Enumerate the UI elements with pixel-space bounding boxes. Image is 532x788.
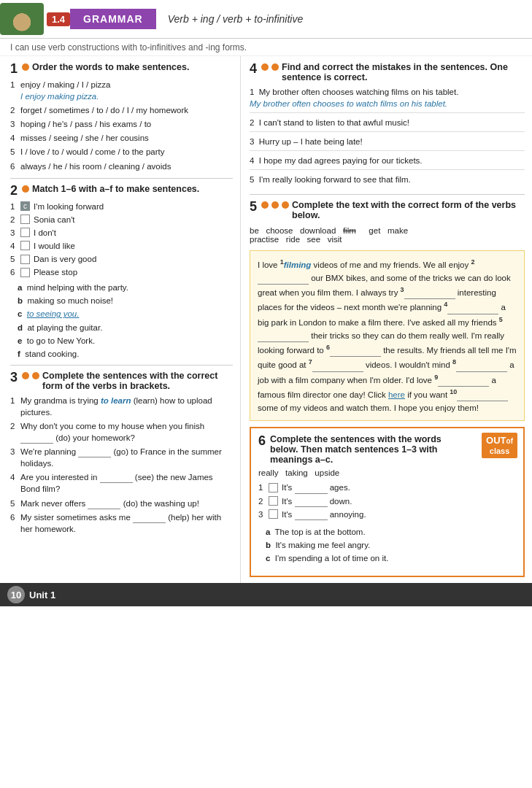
checkbox-6[interactable] xyxy=(20,268,30,277)
ex4-num: 4 xyxy=(250,62,257,75)
footer: 10 Unit 1 xyxy=(0,583,532,606)
exercise2-title: 2 Match 1–6 with a–f to make sentences. xyxy=(10,184,233,197)
ex6-blank3[interactable] xyxy=(295,511,328,520)
ex6-checkbox-3[interactable] xyxy=(269,509,278,519)
ex5-blank10[interactable] xyxy=(457,393,508,401)
checkbox-2[interactable] xyxy=(20,215,30,224)
list-item: 2 Sonia can't xyxy=(10,214,233,225)
exercise6-meanings: a The top is at the bottom. b It's makin… xyxy=(258,526,516,564)
exercise3-list: 1 My grandma is trying to learn (learn) … xyxy=(10,395,233,535)
ex6-checkbox-2[interactable] xyxy=(269,496,278,506)
ex4-dot1 xyxy=(261,63,269,71)
page-header: 1.4 GRAMMAR Verb + ing / verb + to-infin… xyxy=(0,0,532,39)
exercise6-box: OUTof class 6 Complete the sentences wit… xyxy=(250,427,525,577)
ex5-answer1: filming xyxy=(284,260,312,269)
ex5-blank8[interactable] xyxy=(456,363,507,372)
ex6-checkbox-1[interactable] xyxy=(269,483,278,492)
exercise3-title: 3 Complete the sentences with the correc… xyxy=(10,371,233,391)
list-item: 5 Mark never offers (do) the washing up! xyxy=(10,498,233,509)
exercise6-list: 1 It's ages. 2 It's down. 3 It's annoyin… xyxy=(258,482,516,519)
checkbox-1[interactable]: c xyxy=(20,201,30,211)
list-item: 5 Dan is very good xyxy=(10,253,233,265)
ex6-num: 6 xyxy=(258,434,266,447)
exercise5-text: I love 1filming videos of me and my frie… xyxy=(250,250,525,422)
ex3-dot2 xyxy=(32,372,39,379)
ex5-blank2[interactable] xyxy=(258,276,309,285)
ex3-title-text: Complete the sentences with the correct … xyxy=(42,371,233,391)
ex6-title-text: Complete the sentences with the words be… xyxy=(270,434,516,465)
ex5-blank5[interactable] xyxy=(258,333,309,342)
list-item: 6 always / he / his room / cleaning / av… xyxy=(10,161,233,172)
list-item: 1 c I'm looking forward xyxy=(10,201,233,212)
list-item: a The top is at the bottom. xyxy=(266,526,516,538)
ex1-title-text: Order the words to make sentences. xyxy=(32,62,189,72)
ex3-blank2[interactable] xyxy=(20,435,53,444)
ex1-answer1: I enjoy making pizza. xyxy=(20,92,99,101)
exercise4-list: 1 My brother often chooses watching film… xyxy=(250,86,525,189)
ex6-blank1[interactable] xyxy=(295,485,328,494)
list-item: 2 Why don't you come to my house when yo… xyxy=(10,420,233,444)
list-item: c to seeing you. xyxy=(18,308,233,320)
ex1-num: 1 xyxy=(10,62,18,75)
ex1-dot xyxy=(22,63,29,71)
exercise1-title: 1 Order the words to make sentences. xyxy=(10,62,233,75)
ex5-blank3[interactable] xyxy=(404,290,455,299)
exercise2-answer-list: a mind helping with the party. b making … xyxy=(10,282,233,360)
exercise4-title: 4 Find and correct the mistakes in the s… xyxy=(250,62,525,82)
answer-c: to seeing you. xyxy=(27,309,80,318)
list-item: 2 forget / sometimes / to / do / I / my … xyxy=(10,104,233,116)
out-badge: OUTof class xyxy=(482,433,517,458)
list-item: 1 My grandma is trying to learn (learn) … xyxy=(10,395,233,418)
ex3-blank4[interactable] xyxy=(100,474,133,483)
list-item: 2 It's down. xyxy=(258,495,516,507)
page-title: Verb + ing / verb + to-infinitive xyxy=(168,13,304,25)
ex5-blank7[interactable] xyxy=(312,363,363,372)
main-content: 1 Order the words to make sentences. 1 e… xyxy=(0,56,532,583)
page-number: 10 xyxy=(11,590,21,600)
ex5-blank9[interactable] xyxy=(438,378,489,387)
ex3-blank6[interactable] xyxy=(133,514,166,523)
checkbox-3[interactable] xyxy=(20,228,30,237)
checkbox-5[interactable] xyxy=(20,255,30,264)
list-item: 4 I would like xyxy=(10,240,233,252)
ex3-blank5[interactable] xyxy=(88,501,120,509)
list-item: 1 My brother often chooses watching film… xyxy=(250,86,525,113)
ex2-title-text: Match 1–6 with a–f to make sentences. xyxy=(32,184,199,194)
header-people-image xyxy=(0,3,44,35)
exercise2-match-list: 1 c I'm looking forward 2 Sonia can't 3 … xyxy=(10,201,233,279)
ex3-answer1: to learn xyxy=(101,396,131,405)
list-item: e to go to New York. xyxy=(18,335,233,347)
exercise5-title: 5 Complete the text with the correct for… xyxy=(250,200,525,220)
ex6-blank2[interactable] xyxy=(295,498,328,507)
list-item: d at playing the guitar. xyxy=(18,322,233,333)
ex5-dot3 xyxy=(282,201,289,209)
list-item: 1 It's ages. xyxy=(258,482,516,493)
list-item: a mind helping with the party. xyxy=(18,282,233,293)
list-item: 3 hoping / he's / pass / his exams / to xyxy=(10,118,233,130)
list-item: 6 My sister sometimes asks me (help) her… xyxy=(10,511,233,535)
list-item: f stand cooking. xyxy=(18,348,233,360)
ex5-blank6[interactable] xyxy=(330,348,381,357)
list-item: 4 Are you interested in (see) the new Ja… xyxy=(10,471,233,495)
exercise5-wordbank: be choose download film get make practis… xyxy=(250,224,525,246)
header-image xyxy=(0,3,44,35)
ex3-blank3[interactable] xyxy=(78,449,111,457)
list-item: 3 We're planning (go) to France in the s… xyxy=(10,446,233,469)
divider xyxy=(250,194,525,195)
exercise6-title: 6 Complete the sentences with the words … xyxy=(258,434,516,465)
list-item: 2 I can't stand to listen to that awful … xyxy=(250,117,525,132)
ex5-title-text: Complete the text with the correct form … xyxy=(292,200,525,220)
here-link[interactable]: here xyxy=(388,390,405,399)
divider xyxy=(10,178,233,179)
page-number-circle: 10 xyxy=(7,586,25,603)
list-item: c I'm spending a lot of time on it. xyxy=(266,552,516,564)
ex5-blank4[interactable] xyxy=(447,306,498,314)
out-text: OUTof xyxy=(486,435,513,446)
checkbox-4[interactable] xyxy=(20,241,30,250)
class-text: class xyxy=(486,447,513,456)
right-column: 4 Find and correct the mistakes in the s… xyxy=(241,56,532,583)
section-label: GRAMMAR xyxy=(70,9,156,29)
subtitle: I can use verb constructions with to-inf… xyxy=(0,39,532,56)
left-column: 1 Order the words to make sentences. 1 e… xyxy=(0,56,241,583)
list-item: 3 It's annoying. xyxy=(258,509,516,520)
